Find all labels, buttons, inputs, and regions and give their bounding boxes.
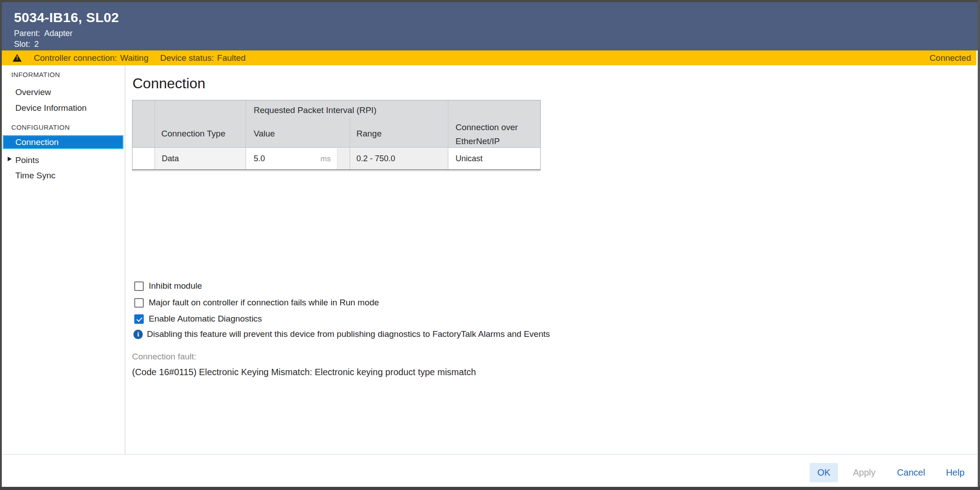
rpi-value-input[interactable]: 5.0 ms	[246, 148, 337, 169]
window-border-right	[978, 0, 980, 490]
controller-connection-label: Controller connection:	[34, 53, 117, 63]
enable-diagnostics-checkbox[interactable]	[134, 314, 144, 324]
sidebar-item-points[interactable]: Points	[15, 154, 39, 166]
info-icon: i	[133, 330, 143, 339]
column-header-connection-over-ethernet: Connection over EtherNet/IP	[456, 120, 537, 148]
connection-table: Requested Packet Interval (RPI) Connecti…	[132, 100, 541, 170]
controller-connection-status: Controller connection: Waiting	[34, 53, 148, 63]
sidebar-section-information: INFORMATION	[11, 70, 60, 79]
cell-range: 0.2 - 750.0	[350, 148, 448, 169]
parent-value: Adapter	[44, 28, 73, 39]
ok-button[interactable]: OK	[810, 463, 838, 482]
device-status: Device status: Faulted	[160, 53, 246, 63]
status-warning-content: ! Controller connection: Waiting Device …	[12, 50, 246, 65]
module-properties-window: 5034-IB16, SL02 Parent: Adapter Slot: 2 …	[0, 0, 980, 490]
major-fault-label: Major fault on controller if connection …	[149, 297, 379, 308]
column-header-value: Value	[254, 129, 275, 139]
cell-connection-type: Data	[155, 148, 246, 169]
page-title: Connection	[132, 75, 205, 92]
help-button[interactable]: Help	[942, 463, 969, 482]
slot-label: Slot:	[14, 39, 30, 50]
sidebar-section-configuration: CONFIGURATION	[11, 123, 70, 132]
sidebar-item-device-information[interactable]: Device Information	[15, 102, 87, 114]
sidebar-item-overview[interactable]: Overview	[15, 86, 51, 98]
rpi-unit: ms	[320, 148, 331, 169]
column-header-range: Range	[356, 129, 382, 139]
parent-row: Parent: Adapter	[14, 28, 73, 39]
controller-connection-value: Waiting	[120, 53, 149, 63]
diagnostics-info-text: Disabling this feature will prevent this…	[147, 329, 550, 340]
enable-diagnostics-row[interactable]: Enable Automatic Diagnostics	[134, 313, 262, 324]
table-row: Data 5.0 ms 0.2 - 750.0 Unicast	[132, 148, 540, 169]
footer-divider	[2, 454, 978, 455]
slot-row: Slot: 2	[14, 39, 39, 50]
window-header: 5034-IB16, SL02 Parent: Adapter Slot: 2	[2, 2, 978, 50]
device-status-value: Faulted	[217, 53, 246, 63]
inhibit-module-checkbox[interactable]	[134, 281, 144, 291]
rpi-group-header: Requested Packet Interval (RPI)	[254, 105, 376, 115]
inhibit-module-label: Inhibit module	[149, 281, 202, 291]
sidebar-item-connection-label: Connection	[15, 136, 59, 148]
rpi-value: 5.0	[254, 148, 265, 169]
parent-label: Parent:	[14, 28, 40, 39]
expand-arrow-icon[interactable]	[8, 157, 12, 161]
connection-fault-label: Connection fault:	[132, 352, 196, 362]
apply-button[interactable]: Apply	[849, 463, 879, 482]
window-border-left	[0, 0, 2, 490]
device-title: 5034-IB16, SL02	[14, 10, 119, 25]
warning-icon: !	[12, 54, 22, 62]
connected-status: Connected	[930, 50, 971, 65]
inhibit-module-row[interactable]: Inhibit module	[134, 281, 202, 291]
sidebar-item-connection[interactable]: Connection	[3, 135, 123, 149]
cancel-button[interactable]: Cancel	[894, 463, 928, 482]
window-border-top	[0, 0, 980, 2]
connection-fault-text: (Code 16#0115) Electronic Keying Mismatc…	[132, 367, 476, 377]
sidebar-item-time-sync[interactable]: Time Sync	[15, 170, 55, 181]
enable-diagnostics-label: Enable Automatic Diagnostics	[149, 313, 262, 324]
window-border-bottom	[0, 487, 980, 490]
column-header-connection-type: Connection Type	[161, 129, 225, 139]
device-status-label: Device status:	[160, 53, 214, 63]
slot-value: 2	[34, 39, 39, 50]
major-fault-row[interactable]: Major fault on controller if connection …	[134, 297, 379, 308]
diagnostics-info-row: i Disabling this feature will prevent th…	[133, 329, 550, 340]
cell-connection-over: Unicast	[448, 148, 540, 169]
sidebar-divider	[125, 65, 125, 454]
major-fault-checkbox[interactable]	[134, 298, 144, 308]
